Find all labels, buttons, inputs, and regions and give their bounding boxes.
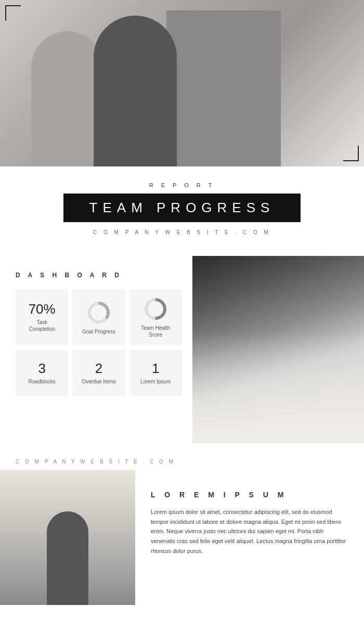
task-completion-label: TaskCompletion	[29, 319, 55, 332]
team-health-donut	[143, 297, 168, 321]
metric-card-team-health: Team HealthScore	[129, 289, 182, 345]
dashboard-left: D A S H B O A R D 70% TaskCompletion Goa…	[0, 256, 192, 443]
task-completion-value: 70%	[29, 302, 56, 316]
hero-image	[0, 0, 364, 166]
bottom-left-image-inner	[0, 470, 135, 605]
roadblocks-value: 3	[38, 362, 45, 375]
title-section: R E P O R T TEAM PROGRESS C O M P A N Y …	[0, 166, 364, 246]
header-website: C O M P A N Y W E B S I T E . C O M	[10, 229, 354, 235]
metrics-row-1: 70% TaskCompletion Goal Progress	[16, 289, 182, 345]
overdue-label: Overdue Items	[82, 378, 116, 385]
bottom-left-image	[0, 470, 135, 605]
report-label: R E P O R T	[10, 182, 354, 188]
dashboard-title: D A S H B O A R D	[16, 272, 182, 279]
overdue-value: 2	[95, 362, 102, 375]
team-health-donut-container	[143, 297, 168, 321]
lorem-label: Lorem Ipsum	[140, 378, 171, 385]
goal-progress-donut-container	[86, 300, 111, 325]
main-title: TEAM PROGRESS	[89, 200, 275, 216]
goal-progress-label: Goal Progress	[82, 328, 115, 335]
footer-website: C O M P A N Y W E B S I T E . C O M	[0, 454, 364, 470]
metric-card-lorem: 1 Lorem Ipsum	[129, 350, 182, 396]
team-health-label: Team HealthScore	[141, 325, 170, 338]
lorem-value: 1	[152, 362, 159, 375]
dashboard-section: D A S H B O A R D 70% TaskCompletion Goa…	[0, 246, 364, 454]
metric-card-task-completion: 70% TaskCompletion	[16, 289, 68, 345]
hero-person-right	[166, 10, 281, 166]
bracket-bottom-right	[343, 146, 359, 161]
lorem-title: L O R E M I P S U M	[151, 491, 348, 499]
bottom-right-text: L O R E M I P S U M Lorem ipsum dolor si…	[135, 470, 364, 605]
goal-progress-donut	[86, 300, 111, 325]
lorem-body: Lorem ipsum dolor sit amet, consectetur …	[151, 507, 348, 556]
metrics-row-2: 3 Roadblocks 2 Overdue Items 1 Lorem Ips…	[16, 350, 182, 396]
roadblocks-label: Roadblocks	[29, 378, 56, 385]
metric-card-goal-progress: Goal Progress	[72, 289, 125, 345]
main-title-box: TEAM PROGRESS	[63, 194, 301, 222]
metric-card-roadblocks: 3 Roadblocks	[16, 350, 68, 396]
dashboard-image-inner	[192, 256, 364, 443]
bracket-top-left	[5, 5, 21, 21]
bottom-section: L O R E M I P S U M Lorem ipsum dolor si…	[0, 470, 364, 605]
metric-card-overdue: 2 Overdue Items	[72, 350, 125, 396]
hero-section	[0, 0, 364, 166]
dashboard-right-image	[192, 256, 364, 443]
